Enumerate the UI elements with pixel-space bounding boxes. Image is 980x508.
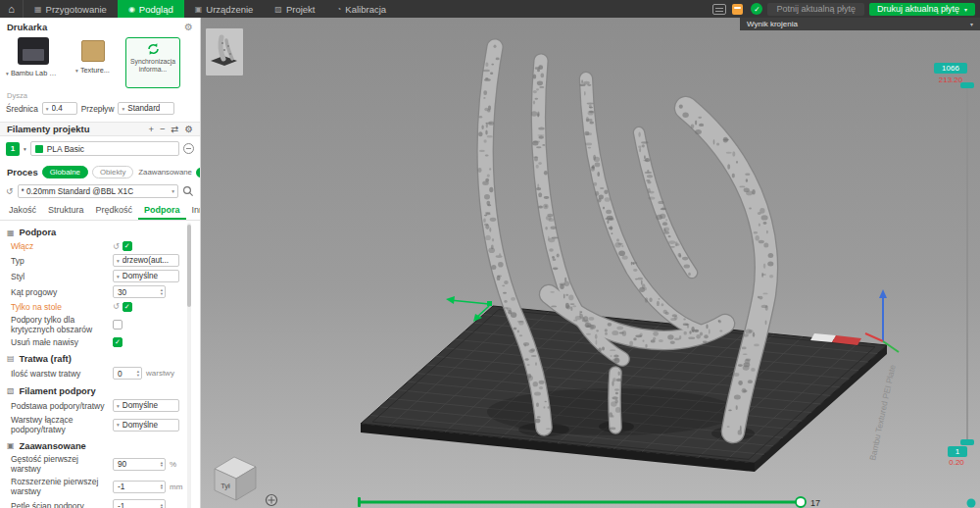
- support-group-icon: ▦: [7, 229, 15, 237]
- chevron-down-icon: ▾: [122, 106, 124, 112]
- tab-device[interactable]: ▣Urządzenie: [184, 0, 265, 18]
- process-section-title: Proces: [7, 167, 38, 178]
- left-panel: Drukarka ⚙ ▾ Bambu Lab P1S ▾ Texture...: [0, 18, 201, 508]
- param-dropdown-value: drzewo(aut...: [122, 256, 169, 265]
- plate-thumbnail[interactable]: [205, 27, 244, 76]
- param-dropdown[interactable]: ▾drzewo(aut...: [113, 254, 179, 267]
- advanced-toggle[interactable]: [196, 168, 201, 178]
- process-tab[interactable]: Prędkość: [90, 202, 139, 220]
- params-scrollbar[interactable]: [187, 223, 191, 508]
- filament-name-box[interactable]: PLA Basic: [30, 141, 179, 156]
- param-unit: mm: [170, 483, 182, 491]
- param-checkbox[interactable]: ✓: [122, 241, 132, 251]
- param-label: Typ: [11, 256, 113, 266]
- param-spinner[interactable]: 0▴▾: [113, 367, 142, 380]
- viewport-3d[interactable]: Bambu Textured PEI PlateTył17 Wynik kroj…: [201, 18, 980, 508]
- tab-device-label: Urządzenie: [206, 4, 253, 15]
- tab-project-label: Projekt: [286, 4, 316, 15]
- param-row: Styl▾Domyślne: [0, 269, 200, 284]
- sync-info-button[interactable]: Synchronizacja informa...: [125, 37, 180, 88]
- param-label: Podstawa podpory/tratwy: [11, 401, 113, 411]
- tab-project[interactable]: ▨Projekt: [264, 0, 325, 18]
- reset-preset-icon[interactable]: ↺: [6, 186, 14, 196]
- param-checkbox[interactable]: ✓: [122, 302, 132, 312]
- plate-settings-icon[interactable]: [712, 4, 726, 15]
- param-row: Podpory tylko dla krytycznych obszarów: [0, 313, 200, 335]
- param-dropdown[interactable]: ▾Domyślne: [113, 270, 179, 282]
- param-checkbox[interactable]: [113, 320, 122, 330]
- scope-global-button[interactable]: Globalne: [42, 166, 88, 178]
- move-slider-end-dot[interactable]: [967, 499, 976, 508]
- printer-selector[interactable]: ▾ Bambu Lab P1S: [6, 37, 60, 77]
- sync-label: Synchronizacja informa...: [126, 58, 179, 81]
- add-filament-button[interactable]: +: [148, 125, 154, 134]
- param-row: Włącz↺✓: [0, 239, 200, 253]
- process-tab[interactable]: Struktura: [42, 202, 90, 220]
- flush-volumes-icon[interactable]: ⇄: [172, 125, 179, 134]
- param-group-header: ▧Filament podpory: [0, 381, 200, 398]
- preset-row: ↺ * 0.20mm Standard @BBL X1C ▾: [0, 180, 200, 200]
- layer-slider-bottom-handle[interactable]: [960, 439, 974, 445]
- param-group-title: Podpora: [20, 228, 57, 237]
- remove-filament-button[interactable]: −: [160, 125, 166, 134]
- reset-param-icon[interactable]: ↺: [113, 302, 120, 311]
- param-label: Styl: [11, 272, 113, 281]
- gizmo-icon[interactable]: [267, 495, 277, 506]
- reset-param-icon[interactable]: ↺: [113, 242, 120, 251]
- param-checkbox[interactable]: ✓: [113, 337, 122, 347]
- spinner-arrows-icon[interactable]: ▴▾: [161, 288, 163, 295]
- nozzle-diameter-select[interactable]: ▾ 0.4: [42, 102, 77, 115]
- flow-select[interactable]: ▾ Standard: [118, 102, 174, 115]
- search-icon[interactable]: [182, 185, 194, 197]
- filament-settings-icon[interactable]: ⚙: [184, 125, 193, 134]
- tab-calibration[interactable]: ◔Kalibracja: [326, 0, 398, 18]
- scope-objects-button[interactable]: Obiekty: [92, 166, 133, 178]
- x-axis-widget-arrow: [865, 333, 883, 341]
- tab-device-icon: ▣: [195, 5, 203, 14]
- param-spinner[interactable]: 30▴▾: [113, 285, 166, 298]
- move-slider-handle[interactable]: [796, 497, 806, 507]
- filament-row: 1▾PLA Basic: [0, 136, 200, 160]
- process-tab[interactable]: Inne: [186, 202, 201, 220]
- printer-id-icon[interactable]: [732, 4, 743, 15]
- param-label: Rozszerzenie pierwszej warstwy: [11, 477, 113, 496]
- plate-type-selector[interactable]: ▾ Texture...: [66, 37, 120, 75]
- param-spinner[interactable]: -1▴▾: [113, 499, 166, 508]
- filament-index-badge[interactable]: 1: [6, 142, 20, 156]
- printer-section-title: Drukarka: [7, 22, 47, 32]
- spinner-arrows-icon[interactable]: ▴▾: [137, 370, 139, 377]
- param-label: Usuń małe nawisy: [11, 337, 113, 347]
- tab-prepare[interactable]: ▦Przygotowanie: [24, 0, 118, 18]
- slice-plate-button[interactable]: Potnij aktualną płytę: [767, 3, 864, 16]
- param-row: Gęstość pierwszej warstwy90▴▾%: [0, 453, 200, 476]
- process-preset-select[interactable]: * 0.20mm Standard @BBL X1C ▾: [18, 184, 178, 198]
- printer-gear-icon[interactable]: ⚙: [184, 22, 193, 32]
- spinner-arrows-icon[interactable]: ▴▾: [161, 461, 163, 468]
- home-button[interactable]: ⌂: [0, 0, 24, 18]
- param-row: Ilość warstw tratwy0▴▾warstwy: [0, 366, 200, 381]
- process-section-header: Proces Globalne Obiekty Zaawansowane ≡ ⋮: [0, 160, 200, 180]
- slicing-result-bar[interactable]: Wynik krojenia ▾: [740, 18, 980, 30]
- filament-name: PLA Basic: [47, 144, 84, 154]
- advanced-group-icon: ▣: [7, 441, 15, 450]
- filaments-section-title: Filamenty projektu: [7, 124, 89, 134]
- top-menu-bar: ⌂ ▦Przygotowanie◉Podgląd▣Urządzenie▨Proj…: [0, 0, 980, 18]
- tab-preview[interactable]: ◉Podgląd: [118, 0, 184, 18]
- spinner-arrows-icon[interactable]: ▴▾: [161, 503, 163, 508]
- slicing-result-label: Wynik krojenia: [747, 20, 798, 28]
- raft-group-icon: ▤: [7, 354, 15, 363]
- tab-calibration-label: Kalibracja: [345, 4, 386, 15]
- process-tab[interactable]: Jakość: [3, 202, 42, 220]
- param-spinner[interactable]: -1▴▾: [113, 481, 166, 493]
- diameter-label: Średnica: [6, 104, 38, 114]
- param-dropdown[interactable]: ▾Domyślne: [113, 419, 179, 432]
- print-plate-button[interactable]: Drukuj aktualną płytę ▾: [869, 3, 975, 16]
- filament-edit-button[interactable]: [183, 143, 194, 154]
- spinner-arrows-icon[interactable]: ▴▾: [161, 483, 163, 490]
- param-label: Tylko na stole: [11, 302, 113, 312]
- nav-cube[interactable]: Tył: [215, 457, 256, 500]
- layer-slider-bottom-height: 0.20: [942, 458, 971, 467]
- param-dropdown[interactable]: ▾Domyślne: [113, 399, 179, 412]
- param-spinner[interactable]: 90▴▾: [113, 458, 166, 471]
- process-tab[interactable]: Podpora: [138, 202, 186, 220]
